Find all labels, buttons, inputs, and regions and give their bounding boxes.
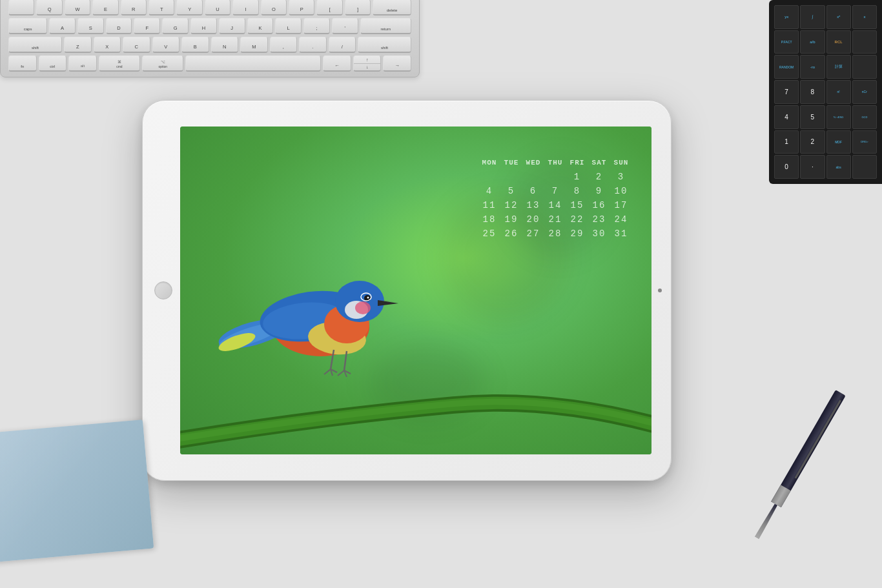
key-n[interactable]: N [211,37,239,53]
calc-key-5[interactable]: 5 [800,105,825,129]
screen-content: MON TUE WED THU FRI SAT SUN 1 [180,127,651,454]
key-t[interactable]: T [149,0,174,15]
key-x[interactable]: X [94,37,121,53]
calc-key-x[interactable]: x [852,5,877,29]
cal-day-9: 9 [588,186,610,196]
calc-key-eng-l[interactable]: % <ENG [826,105,851,129]
svg-point-10 [355,301,371,314]
key-j[interactable]: J [219,18,245,34]
key-z[interactable]: Z [64,37,92,53]
key-b[interactable]: B [181,37,209,53]
calc-key-ab[interactable]: a/b [800,30,825,54]
key-ctrl[interactable]: ctrl [39,56,67,72]
key-bracket-l[interactable]: [ [316,0,342,15]
cal-day-22: 22 [566,214,588,225]
ipad-body: MON TUE WED THU FRI SAT SUN 1 [142,100,672,481]
key-d[interactable]: D [106,18,132,34]
key-k[interactable]: K [247,18,274,34]
key-y[interactable]: Y [176,0,202,15]
key-m[interactable]: M [240,37,268,53]
key-h[interactable]: H [190,18,217,34]
key-e[interactable]: E [92,0,118,15]
cal-day-29: 29 [566,228,588,239]
calc-key-x2[interactable]: x² [826,5,851,29]
cal-day-8: 8 [566,186,588,196]
key-comma[interactable]: , [270,37,298,53]
key-period[interactable]: . [299,37,327,53]
calc-key-ncr[interactable]: nCr [852,80,877,104]
calc-key-2[interactable]: 2 [800,130,825,154]
cal-day-30: 30 [588,228,610,239]
cal-day-25: 25 [478,228,500,239]
key-fn[interactable]: fn [8,56,37,72]
calc-key-yx[interactable]: yx [774,5,799,29]
cal-day-23: 23 [588,214,610,225]
calc-key-8[interactable]: 8 [800,80,825,104]
calc-key-random[interactable]: RANDOM [774,55,799,79]
cal-day-7: 7 [544,186,566,196]
key-f[interactable]: F [134,18,160,34]
calc-key-pfact[interactable]: P.FACT [774,30,799,54]
cal-header-sun: SUN [610,159,632,167]
key-tab[interactable] [8,0,34,15]
key-alt[interactable]: alt [68,56,97,72]
key-arrow-updown[interactable]: ↑ ↓ [353,56,382,72]
calc-key-n-factorial[interactable]: n! [826,80,851,104]
calc-key-drg[interactable]: DRG> [852,130,877,154]
key-caps[interactable]: caps [8,18,47,34]
key-semicolon[interactable]: ; [303,18,330,34]
svg-point-12 [367,297,369,299]
calc-key-dot[interactable]: · [800,155,825,179]
key-a[interactable]: A [49,18,76,34]
key-shift-r[interactable]: shift [358,37,411,53]
key-i[interactable]: I [232,0,258,15]
key-q[interactable]: Q [36,0,62,15]
calc-key-empty1 [852,30,877,54]
calc-key-0[interactable]: 0 [774,155,799,179]
key-cmd[interactable]: ⌘cmd [99,56,140,72]
calc-key-rcl[interactable]: RCL [826,30,851,54]
calc-key-abs[interactable]: abs [826,155,851,179]
cal-day-20: 20 [522,214,544,225]
cal-header-wed: WED [522,159,544,167]
key-space[interactable] [185,56,321,72]
cal-day-18: 18 [478,214,500,225]
calc-key-gcd[interactable]: GCD [852,105,877,129]
key-v[interactable]: V [152,37,180,53]
ipad-camera [658,289,662,292]
keyboard-body: Q W E R T Y U I O P [ ] delete caps A S … [0,0,420,77]
key-g[interactable]: G [162,18,189,34]
calc-key-1[interactable]: 1 [774,130,799,154]
ipad-home-button[interactable] [154,281,172,299]
key-quote[interactable]: ' [332,18,358,34]
key-r[interactable]: R [121,0,147,15]
key-u[interactable]: U [205,0,231,15]
key-s[interactable]: S [77,18,104,34]
calc-key-7[interactable]: 7 [774,80,799,104]
svg-line-15 [324,369,331,374]
cal-day-6: 6 [522,186,544,196]
key-bracket-r[interactable]: ] [345,0,371,15]
calc-key-keisan[interactable]: 計算 [826,55,851,79]
cal-day-1: 1 [566,172,588,182]
key-shift-l[interactable]: shift [8,37,62,53]
calc-key-integral[interactable]: ∫ [800,5,825,29]
calc-key-mdf[interactable]: MDF [826,130,851,154]
key-arrow-left[interactable]: ← [323,56,351,72]
key-delete[interactable]: delete [373,0,411,15]
key-w[interactable]: W [65,0,90,15]
key-arrow-right[interactable]: → [383,56,411,72]
key-l[interactable]: L [275,18,302,34]
cal-day-15: 15 [566,200,588,210]
calc-key-4[interactable]: 4 [774,105,799,129]
key-slash[interactable]: / [329,37,356,53]
calc-key-ro[interactable]: -ro [800,55,825,79]
cal-day-28: 28 [544,228,566,239]
cal-day-5: 5 [500,186,522,196]
key-option[interactable]: ⌥option [142,56,183,72]
key-return[interactable]: return [360,18,412,34]
key-o[interactable]: O [261,0,287,15]
cal-header-tue: TUE [500,159,522,167]
key-p[interactable]: P [289,0,314,15]
key-c[interactable]: C [123,37,150,53]
